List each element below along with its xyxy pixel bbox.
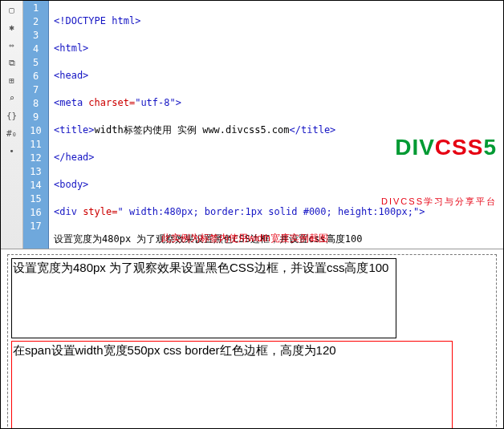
tool-icon[interactable]: #₀	[6, 127, 18, 140]
code-line: <html>	[54, 42, 503, 55]
line-number: 2	[23, 15, 48, 29]
tool-icon[interactable]: ⌕	[6, 92, 18, 105]
line-number: 10	[23, 124, 48, 138]
line-number-gutter: 1 2 3 4 5 6 7 8 9 10 11 12 13 14 15 16 1…	[23, 1, 49, 249]
tool-icon[interactable]: ⇔	[6, 39, 18, 52]
tool-icon[interactable]: ✱	[6, 22, 18, 34]
line-number: 15	[23, 192, 48, 206]
tool-icon[interactable]: •	[6, 145, 18, 158]
code-line: <body>	[54, 178, 503, 192]
line-number: 1	[23, 2, 48, 15]
line-number: 11	[23, 138, 48, 152]
line-number: 12	[23, 152, 48, 165]
line-number: 13	[23, 165, 48, 179]
line-number: 4	[23, 42, 48, 56]
code-line: <meta charset="utf-8">	[54, 96, 503, 110]
code-line: </head>	[54, 151, 503, 164]
code-area[interactable]: <!DOCTYPE html> <html> <head> <meta char…	[49, 1, 503, 249]
line-number: 3	[23, 29, 48, 42]
demo-span-box: 在span设置width宽度550px css border红色边框，高度为12…	[11, 341, 453, 429]
line-number: 8	[23, 97, 48, 111]
line-number: 5	[23, 56, 48, 70]
render-frame: 设置宽度为480px 为了观察效果设置黑色CSS边框，并设置css高度100 在…	[7, 254, 497, 429]
tool-icon[interactable]: ▢	[6, 4, 18, 17]
preview-pane: 设置宽度为480px 为了观察效果设置黑色CSS边框，并设置css高度100 在…	[1, 249, 503, 429]
line-number: 6	[23, 70, 48, 83]
code-line: <div style=" width:480px; border:1px sol…	[54, 205, 503, 219]
tool-icon[interactable]: {}	[6, 110, 18, 123]
demo-div-box: 设置宽度为480px 为了观察效果设置黑色CSS边框，并设置css高度100	[11, 258, 396, 338]
line-number: 16	[23, 206, 48, 220]
tool-icon[interactable]: ⧉	[6, 57, 18, 70]
tool-icon[interactable]: ⊞	[6, 75, 18, 87]
line-number: 7	[23, 83, 48, 97]
line-number: 17	[23, 220, 48, 233]
line-number: 14	[23, 179, 48, 192]
line-number: 9	[23, 111, 48, 124]
caption-text: 此实例为标签内使用width宽度实例截图	[161, 232, 328, 245]
editor-pane: ▢ ✱ ⇔ ⧉ ⊞ ⌕ {} #₀ • 1 2 3 4 5 6 7 8 9 10…	[1, 1, 503, 249]
editor-toolbar: ▢ ✱ ⇔ ⧉ ⊞ ⌕ {} #₀ •	[1, 1, 23, 249]
code-line: <!DOCTYPE html>	[54, 14, 503, 28]
code-line: <title>width标签内使用 实例 www.divcss5.com</ti…	[54, 123, 503, 137]
code-line: <head>	[54, 69, 503, 83]
